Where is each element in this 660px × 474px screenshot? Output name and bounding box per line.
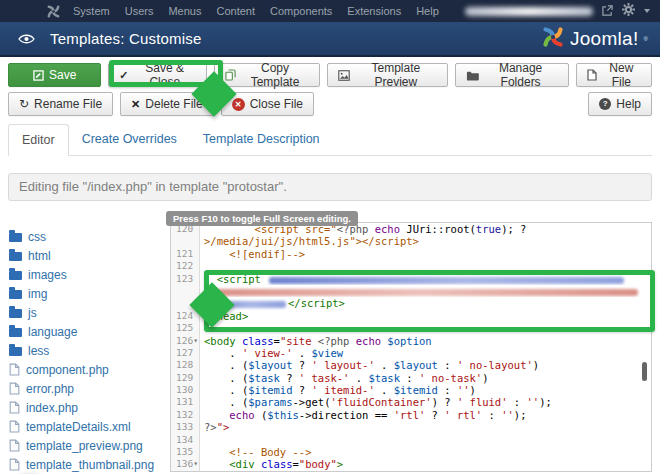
line-number: 125 xyxy=(171,322,200,334)
line-number: 122 xyxy=(171,260,200,272)
code-text: <script xyxy=(200,273,651,285)
line-number xyxy=(171,285,200,297)
tree-item-component-php[interactable]: component.php xyxy=(9,360,159,379)
tree-item-css[interactable]: css xyxy=(9,227,159,246)
menu-item-users[interactable]: Users xyxy=(125,5,154,17)
line-number: 132 xyxy=(171,409,200,421)
close-file-button[interactable]: ✕Close File xyxy=(221,92,314,116)
tree-item-label: language xyxy=(28,325,77,339)
code-text xyxy=(200,471,651,472)
joomla-logo-text: Joomla! xyxy=(570,28,639,50)
code-line xyxy=(171,471,651,472)
code-text: echo ($this->direction == 'rtl' ? ' rtl'… xyxy=(200,409,651,421)
toolbar: Save✓Save & CloseCopy TemplateTemplate P… xyxy=(0,57,660,116)
code-line: 124</head> xyxy=(171,310,651,322)
folder-icon xyxy=(466,70,479,81)
line-number: 135 xyxy=(171,446,200,458)
help-icon: ? xyxy=(599,98,611,110)
code-text: <![endif]--> xyxy=(200,248,651,260)
line-number: 133 xyxy=(171,421,200,433)
save-label: Save xyxy=(49,68,76,82)
menu-item-help[interactable]: Help xyxy=(416,5,439,17)
code-text: </head> xyxy=(200,310,651,322)
save-close-button[interactable]: ✓Save & Close xyxy=(108,63,207,87)
code-line: 135 <!-- Body --> xyxy=(171,446,651,458)
editing-file-message: Editing file "/index.php" in template "p… xyxy=(8,173,652,201)
tabstrip: EditorCreate OverridesTemplate Descripti… xyxy=(8,124,652,156)
rename-file-button[interactable]: ↻Rename File xyxy=(8,92,113,116)
tree-item-label: template_thumbnail.png xyxy=(26,458,154,472)
external-link-icon[interactable] xyxy=(602,2,613,20)
folder-icon xyxy=(9,290,22,299)
save-close-label: Save & Close xyxy=(134,61,196,89)
fullscreen-hint-badge: Press F10 to toggle Full Screen editing. xyxy=(166,211,358,226)
tree-item-label: css xyxy=(28,230,46,244)
code-text: . ' view-' . $view xyxy=(200,347,651,359)
tree-item-html[interactable]: html xyxy=(9,246,159,265)
tree-item-label: img xyxy=(28,287,47,301)
folder-icon xyxy=(9,309,22,318)
tree-item-index-php[interactable]: index.php xyxy=(9,398,159,417)
code-text: <div class="body"> xyxy=(200,458,651,470)
admin-menubar: SystemUsersMenusContentComponentsExtensi… xyxy=(0,0,660,22)
tree-item-language[interactable]: language xyxy=(9,322,159,341)
code-line: </script> xyxy=(171,297,651,309)
tree-item-js[interactable]: js xyxy=(9,303,159,322)
tree-item-label: template_preview.png xyxy=(26,439,143,453)
copy-template-button[interactable]: Copy Template xyxy=(214,63,320,87)
editor-scrollbar-thumb[interactable] xyxy=(642,362,647,381)
save-button[interactable]: Save xyxy=(8,63,101,87)
menubar-right xyxy=(465,2,650,20)
menu-item-components[interactable]: Components xyxy=(270,5,332,17)
tab-create-overrides[interactable]: Create Overrides xyxy=(69,124,190,156)
code-text: ?>"> xyxy=(200,421,651,433)
fold-arrow-icon[interactable]: ▾ xyxy=(193,458,198,470)
template-preview-button[interactable]: Template Preview xyxy=(327,63,447,87)
tree-item-error-php[interactable]: error.php xyxy=(9,379,159,398)
caret-down-icon[interactable] xyxy=(644,9,650,13)
manage-folders-button[interactable]: Manage Folders xyxy=(455,63,569,87)
delete-file-button[interactable]: ✕Delete File xyxy=(120,92,214,116)
copy-icon xyxy=(225,69,236,81)
new-file-button[interactable]: New File xyxy=(576,63,652,87)
tree-item-templatedetails-xml[interactable]: templateDetails.xml xyxy=(9,417,159,436)
menu-item-system[interactable]: System xyxy=(73,5,110,17)
gear-icon[interactable] xyxy=(622,2,635,20)
code-line: 128 . ($layout ? ' layout-' . $layout : … xyxy=(171,359,651,371)
line-number: 124 xyxy=(171,310,200,322)
tree-item-less[interactable]: less xyxy=(9,341,159,360)
tree-item-template-thumbnail-png[interactable]: template_thumbnail.png xyxy=(9,455,159,474)
code-editor[interactable]: 120 <script src="<?php echo JUri::root(t… xyxy=(170,222,652,472)
registered-mark: ® xyxy=(644,36,648,42)
tab-editor[interactable]: Editor xyxy=(8,124,69,156)
tree-item-images[interactable]: images xyxy=(9,265,159,284)
code-text xyxy=(200,322,651,334)
line-number: 130 xyxy=(171,384,200,396)
file-icon xyxy=(9,420,20,433)
line-number: 129 xyxy=(171,372,200,384)
tree-item-label: less xyxy=(28,344,49,358)
code-line: 121 <![endif]--> xyxy=(171,248,651,260)
tree-item-label: js xyxy=(28,306,37,320)
template-preview-label: Template Preview xyxy=(355,61,436,89)
code-text: >/media/jui/js/html5.js"></script> xyxy=(200,235,651,247)
tree-item-label: templateDetails.xml xyxy=(26,420,131,434)
menu-item-content[interactable]: Content xyxy=(216,5,255,17)
tree-item-template-preview-png[interactable]: template_preview.png xyxy=(9,436,159,455)
code-line: 131 . ($params->get('fluidContainer') ? … xyxy=(171,396,651,408)
code-line: 134 xyxy=(171,434,651,446)
menubar-items: SystemUsersMenusContentComponentsExtensi… xyxy=(73,5,439,17)
help-button[interactable]: ?Help xyxy=(588,92,652,116)
menu-item-menus[interactable]: Menus xyxy=(168,5,201,17)
code-text: . ($itemid ? ' itemid-' . $itemid : '') xyxy=(200,384,651,396)
file-icon xyxy=(9,401,20,414)
tree-item-img[interactable]: img xyxy=(9,284,159,303)
joomla-menu-icon xyxy=(46,4,61,19)
code-line xyxy=(171,285,651,297)
tab-template-description[interactable]: Template Description xyxy=(190,124,333,156)
joomla-logo-icon xyxy=(541,25,565,53)
delete-icon: ✕ xyxy=(131,99,140,110)
menu-item-extensions[interactable]: Extensions xyxy=(347,5,401,17)
fold-arrow-icon[interactable]: ▾ xyxy=(193,335,198,347)
rename-icon: ↻ xyxy=(19,98,29,110)
